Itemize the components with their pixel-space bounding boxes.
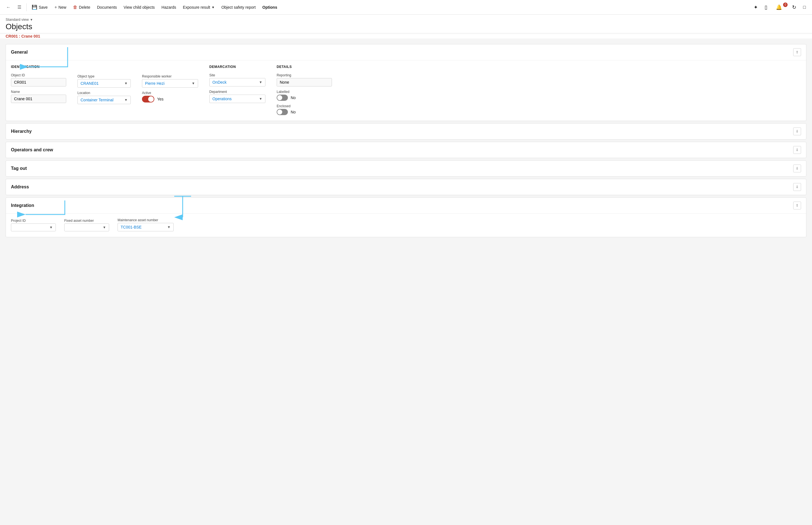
location-select[interactable]: Container Terminal ▼ xyxy=(77,96,131,104)
view-child-button[interactable]: View child objects xyxy=(121,3,158,11)
menu-button[interactable]: ☰ xyxy=(15,3,24,12)
view-chevron-icon: ▼ xyxy=(30,18,33,21)
refresh-icon: ↻ xyxy=(792,4,796,10)
address-expand-btn[interactable]: ⇩ xyxy=(793,183,801,191)
back-button[interactable]: ← xyxy=(3,3,14,12)
project-id-label: Project ID xyxy=(11,219,56,223)
details-group: DETAILS Reporting Labelled No xyxy=(277,65,332,115)
general-header[interactable]: General ⇧ xyxy=(6,44,806,60)
general-title: General xyxy=(11,50,28,55)
active-toggle[interactable] xyxy=(142,96,154,103)
active-field: Active Yes xyxy=(142,91,198,103)
maintenance-field: Maintenance asset number TC001-BSE ▼ xyxy=(118,218,174,231)
toolbar: ← ☰ 💾 Save + New 🗑 Delete Documents View… xyxy=(0,0,812,15)
tagout-header[interactable]: Tag out ⇩ xyxy=(6,161,806,176)
identification-label: IDENTIFICATION xyxy=(11,65,66,69)
object-type-select[interactable]: CRANE01 ▼ xyxy=(77,79,131,88)
location-field: Location Container Terminal ▼ xyxy=(77,91,131,104)
hazards-button[interactable]: Hazards xyxy=(159,3,179,11)
chevron-down-icon: ⇩ xyxy=(796,130,798,133)
responsible-value: Pierre Hezi xyxy=(145,81,165,86)
general-content: IDENTIFICATION Object ID Name Object typ… xyxy=(6,60,806,121)
new-button[interactable]: + New xyxy=(52,3,69,12)
object-type-field: Object type CRANE01 ▼ xyxy=(77,74,131,88)
new-icon: + xyxy=(54,5,57,10)
department-select[interactable]: Operations ▼ xyxy=(209,95,265,103)
project-id-select[interactable]: ▼ xyxy=(11,224,56,231)
maintenance-chevron-icon: ▼ xyxy=(167,225,171,229)
notification-button[interactable]: 🔔 xyxy=(774,2,784,12)
labelled-no-label: No xyxy=(291,95,296,100)
responsible-label: Responsible worker xyxy=(142,74,198,78)
integration-collapse-btn[interactable]: ⇧ xyxy=(793,201,801,209)
chevron-down-icon4: ⇩ xyxy=(796,185,798,189)
save-button[interactable]: 💾 Save xyxy=(29,3,50,12)
reporting-input[interactable] xyxy=(277,78,332,87)
bookmark-icon-btn[interactable]: ▯ xyxy=(762,2,770,12)
object-id-field: Object ID xyxy=(11,73,66,87)
view-label[interactable]: Standard view ▼ xyxy=(5,17,807,21)
labelled-toggle[interactable] xyxy=(277,95,288,101)
fixed-asset-select[interactable]: ▼ xyxy=(64,224,109,231)
location-label: Location xyxy=(77,91,131,95)
responsible-select[interactable]: Pierre Hezi ▼ xyxy=(142,79,198,88)
save-icon: 💾 xyxy=(32,4,37,10)
responsible-chevron-icon: ▼ xyxy=(192,81,195,85)
operators-section: Operators and crew ⇩ xyxy=(5,142,807,158)
object-type-chevron-icon: ▼ xyxy=(124,81,128,85)
address-header[interactable]: Address ⇩ xyxy=(6,179,806,195)
exposure-chevron-icon: ▼ xyxy=(212,5,215,9)
reporting-label: Reporting xyxy=(277,73,332,77)
bookmark-icon: ▯ xyxy=(765,4,767,10)
integration-content: Project ID ▼ Fixed asset number ▼ Mainte… xyxy=(6,214,806,237)
site-select[interactable]: OnDeck ▼ xyxy=(209,78,265,87)
hierarchy-expand-btn[interactable]: ⇩ xyxy=(793,127,801,135)
maintenance-select[interactable]: TC001-BSE ▼ xyxy=(118,223,174,231)
enclosed-knob xyxy=(277,109,282,115)
chevron-down-icon3: ⇩ xyxy=(796,166,798,170)
notification-badge: 0 xyxy=(783,2,787,7)
address-section: Address ⇩ xyxy=(5,179,807,195)
documents-button[interactable]: Documents xyxy=(94,3,120,11)
exposure-button[interactable]: Exposure result ▼ xyxy=(180,3,217,11)
tagout-title: Tag out xyxy=(11,166,27,171)
fixed-asset-field: Fixed asset number ▼ xyxy=(64,219,109,231)
operators-header[interactable]: Operators and crew ⇩ xyxy=(6,142,806,158)
page-title: Objects xyxy=(5,22,807,31)
name-input[interactable] xyxy=(11,95,66,103)
fixed-asset-chevron-icon: ▼ xyxy=(103,225,106,229)
maintenance-value: TC001-BSE xyxy=(121,225,142,229)
window-button[interactable]: □ xyxy=(800,3,809,12)
department-value: Operations xyxy=(213,96,232,101)
active-yes-label: Yes xyxy=(157,97,163,101)
general-collapse-btn[interactable]: ⇧ xyxy=(793,48,801,56)
reporting-field: Reporting xyxy=(277,73,332,87)
name-label: Name xyxy=(11,90,66,94)
delete-button[interactable]: 🗑 Delete xyxy=(70,3,93,12)
details-label: DETAILS xyxy=(277,65,332,69)
diamond-icon-btn[interactable]: ✦ xyxy=(751,2,761,12)
department-field: Department Operations ▼ xyxy=(209,90,265,103)
general-section: General ⇧ IDENTIFICATION Object ID Name xyxy=(5,44,807,121)
refresh-button[interactable]: ↻ xyxy=(789,2,799,12)
object-type-value: CRANE01 xyxy=(80,81,99,86)
options-button[interactable]: Options xyxy=(260,3,280,11)
object-id-input[interactable] xyxy=(11,78,66,87)
address-title: Address xyxy=(11,184,29,190)
enclosed-toggle[interactable] xyxy=(277,109,288,115)
breadcrumb: CR001 : Crane 001 xyxy=(0,34,812,39)
labelled-field: Labelled No xyxy=(277,90,332,101)
safety-report-button[interactable]: Object safety report xyxy=(219,3,259,11)
department-chevron-icon: ▼ xyxy=(259,97,262,101)
hierarchy-header[interactable]: Hierarchy ⇩ xyxy=(6,123,806,139)
toggle-knob xyxy=(148,96,154,102)
name-field: Name xyxy=(11,90,66,103)
site-label: Site xyxy=(209,73,265,77)
project-id-chevron-icon: ▼ xyxy=(49,225,53,229)
operators-expand-btn[interactable]: ⇩ xyxy=(793,146,801,154)
labelled-toggle-row: No xyxy=(277,95,332,101)
active-toggle-row: Yes xyxy=(142,96,198,103)
integration-header[interactable]: Integration ⇧ xyxy=(6,198,806,214)
tagout-expand-btn[interactable]: ⇩ xyxy=(793,165,801,172)
labelled-label: Labelled xyxy=(277,90,332,94)
